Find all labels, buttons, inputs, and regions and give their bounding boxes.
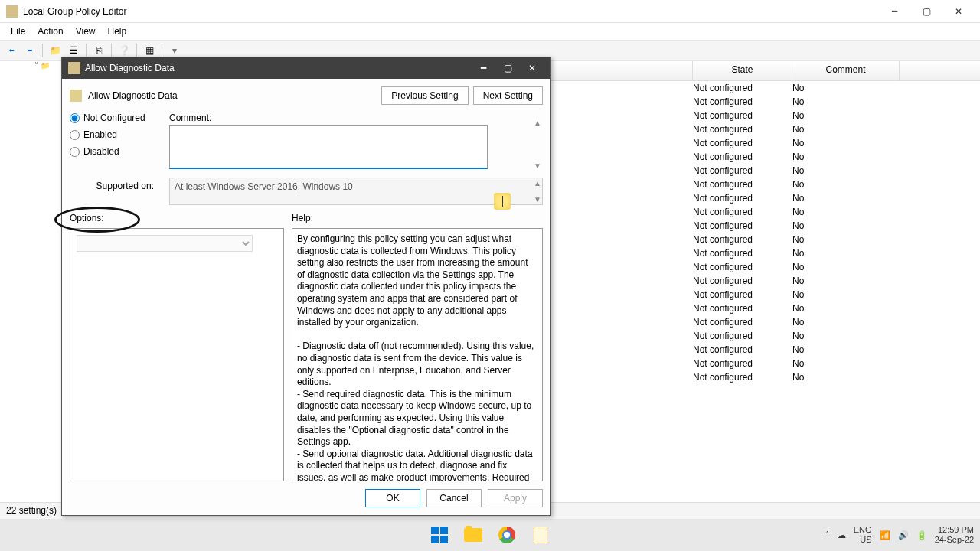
radio-group: Not Configured Enabled Disabled: [70, 112, 154, 171]
next-setting-button[interactable]: Next Setting: [473, 86, 543, 105]
cancel-button[interactable]: Cancel: [426, 489, 482, 507]
radio-enabled[interactable]: [70, 130, 80, 140]
radio-enabled-label: Enabled: [83, 129, 117, 140]
help-text[interactable]: By configuring this policy setting you c…: [292, 228, 543, 481]
menubar: File Action View Help: [0, 23, 980, 40]
start-button[interactable]: [425, 520, 454, 549]
comment-label: Comment:: [169, 112, 543, 123]
close-button[interactable]: ✕: [943, 1, 974, 22]
comment-scroll-down-icon[interactable]: ▼: [534, 161, 541, 170]
comment-scroll-up-icon[interactable]: ▲: [534, 119, 541, 127]
back-button[interactable]: ⬅: [3, 42, 20, 59]
forward-button[interactable]: ➡: [21, 42, 38, 59]
language-indicator[interactable]: ENGUS: [854, 525, 872, 545]
dialog-maximize-button[interactable]: ▢: [495, 58, 520, 78]
battery-icon[interactable]: 🔋: [916, 530, 927, 540]
setting-icon: [70, 90, 82, 102]
tray-overflow-icon[interactable]: ˄: [825, 530, 830, 540]
header-state[interactable]: State: [693, 61, 792, 80]
supported-scroll-up-icon[interactable]: ▲: [534, 179, 541, 187]
apply-button[interactable]: Apply: [488, 489, 543, 507]
menu-help[interactable]: Help: [102, 24, 133, 38]
minimize-button[interactable]: ━: [879, 1, 910, 22]
tree-expand-icon[interactable]: ˅ 📁: [34, 61, 50, 70]
ok-button[interactable]: OK: [365, 489, 420, 507]
radio-not-configured-label: Not Configured: [83, 112, 145, 123]
setting-name: Allow Diagnostic Data: [88, 90, 381, 101]
menu-file[interactable]: File: [5, 24, 31, 38]
radio-disabled-label: Disabled: [83, 146, 119, 157]
previous-setting-button[interactable]: Previous Setting: [381, 86, 468, 105]
supported-scroll-down-icon[interactable]: ▼: [534, 195, 541, 204]
volume-icon[interactable]: 🔊: [898, 530, 909, 540]
file-explorer-icon[interactable]: [459, 520, 488, 549]
app-icon: [6, 5, 18, 18]
taskbar: ˄ ☁ ENGUS 📶 🔊 🔋 12:59 PM24-Sep-22: [0, 519, 980, 551]
window-title: Local Group Policy Editor: [23, 6, 879, 17]
help-label: Help:: [292, 213, 543, 223]
dialog-minimize-button[interactable]: ━: [471, 58, 495, 78]
options-box: [70, 228, 284, 481]
comment-textarea[interactable]: [169, 125, 488, 169]
supported-label: Supported on:: [70, 178, 154, 191]
chrome-icon[interactable]: [492, 520, 521, 549]
notepad-icon[interactable]: [526, 520, 555, 549]
policy-dialog: Allow Diagnostic Data ━ ▢ ✕ Allow Diagno…: [61, 57, 551, 516]
menu-view[interactable]: View: [70, 24, 102, 38]
dialog-icon: [68, 62, 80, 74]
options-dropdown[interactable]: [77, 235, 253, 252]
radio-not-configured[interactable]: [70, 113, 80, 123]
dialog-title-text: Allow Diagnostic Data: [85, 63, 471, 73]
maximize-button[interactable]: ▢: [911, 1, 942, 22]
header-comment[interactable]: Comment: [792, 61, 900, 80]
wifi-icon[interactable]: 📶: [880, 530, 890, 540]
main-titlebar: Local Group Policy Editor ━ ▢ ✕: [0, 0, 980, 23]
radio-disabled[interactable]: [70, 147, 80, 157]
dialog-titlebar[interactable]: Allow Diagnostic Data ━ ▢ ✕: [62, 57, 550, 79]
clock[interactable]: 12:59 PM24-Sep-22: [935, 525, 974, 545]
supported-text: At least Windows Server 2016, Windows 10: [169, 178, 543, 205]
menu-action[interactable]: Action: [31, 24, 69, 38]
dialog-close-button[interactable]: ✕: [520, 58, 544, 78]
options-label: Options:: [70, 213, 284, 223]
onedrive-icon[interactable]: ☁: [838, 530, 846, 540]
